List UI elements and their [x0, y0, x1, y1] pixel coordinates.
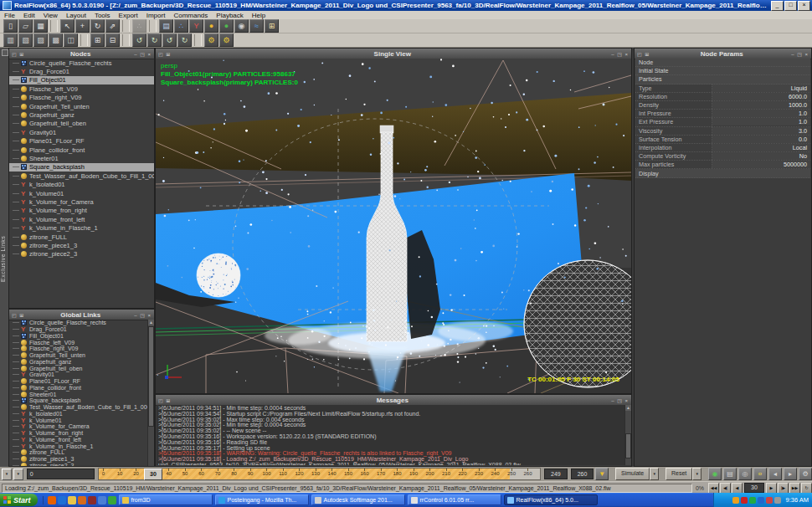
global-settings-icon[interactable]: ◉	[708, 468, 722, 480]
cube-tool-4-icon[interactable]: ▩	[49, 33, 63, 47]
menu-tools[interactable]: Tools	[90, 12, 115, 19]
tree-item-Flasche_left_V09[interactable]: Flasche_left_V09	[9, 339, 148, 346]
param-value[interactable]: 5000000	[712, 161, 810, 168]
open-scene-icon[interactable]: ▱	[18, 19, 33, 33]
tree-item-Fill_Object01[interactable]: Fill_Object01	[9, 333, 148, 340]
play-button[interactable]: ▶	[766, 483, 777, 494]
misc-tray-icon[interactable]	[774, 497, 781, 504]
select-tool-icon[interactable]: ↖	[60, 19, 75, 33]
exclusive-links-tab[interactable]: Exclusive Links	[0, 211, 8, 307]
scroll-thumb[interactable]	[625, 433, 631, 458]
add-object-icon[interactable]: ●	[204, 19, 218, 33]
panel-dock-icons[interactable]: ◰ ⊞	[158, 51, 171, 57]
gear-settings-1-icon[interactable]: ⚙	[204, 33, 218, 47]
param-row-surface-tension[interactable]: Surface Tension0.0	[635, 136, 810, 144]
messages-scrollbar[interactable]: ▲	[624, 405, 631, 465]
tree-item-Flasche_right_V09[interactable]: Flasche_right_V09	[9, 346, 148, 352]
reset-dropdown-icon[interactable]: ▾	[692, 468, 702, 480]
marker-button[interactable]: ▼	[595, 468, 609, 480]
tree-item-k_Volume01[interactable]: k_Volume01	[9, 189, 154, 197]
menu-export[interactable]: Export	[115, 12, 142, 19]
param-row-compute-vorticity[interactable]: Compute VorticityNo	[635, 152, 810, 161]
gear-settings-2-icon[interactable]: ⚙	[219, 33, 234, 47]
add-grid-icon[interactable]: ⊞	[265, 19, 279, 33]
tree-item-k_Volume_for_Camera[interactable]: k_Volume_for_Camera	[9, 197, 154, 206]
timeline-tick[interactable]: 110	[279, 471, 287, 476]
timeline-tick[interactable]: 180	[393, 471, 401, 476]
new-scene-icon[interactable]: ▯	[3, 19, 18, 33]
key-icon[interactable]: ¤	[753, 468, 767, 480]
param-row-density[interactable]: Density1000.0	[635, 101, 810, 110]
tree-item-Square_backsplash[interactable]: Square_backsplash	[9, 397, 148, 404]
timeline-tick[interactable]: 250	[507, 471, 516, 476]
timeline-tick[interactable]: 260	[523, 471, 532, 476]
param-value[interactable]: Local	[712, 144, 810, 151]
param-row-viscosity[interactable]: Viscosity3.0	[635, 127, 810, 136]
tree-item-Grapefruit_teil_oben[interactable]: Grapefruit_teil_oben	[9, 120, 154, 128]
menu-playback[interactable]: Playback	[212, 12, 247, 19]
save-scene-icon[interactable]: ▦	[33, 19, 48, 33]
sim-loop-icon[interactable]: ↺	[162, 33, 177, 47]
reset-button[interactable]: Reset	[666, 468, 692, 480]
timeline-tick[interactable]: 190	[409, 471, 418, 476]
tree-item-Gravity01[interactable]: Gravity01	[9, 371, 148, 378]
volume-icon[interactable]	[758, 497, 764, 504]
panel-window-controls[interactable]: – ◳ ×	[134, 312, 152, 318]
add-daemon-icon[interactable]: Y	[189, 19, 203, 33]
tool-key-icon[interactable]: ⚙	[799, 468, 812, 480]
timeline-tick[interactable]: 10	[117, 471, 123, 476]
task-realflow(x86_64)[interactable]: RealFlow(x86_64) 5.0...	[504, 494, 598, 505]
network-icon[interactable]	[749, 497, 756, 504]
tree-item-k_Isolated01[interactable]: k_Isolated01	[9, 180, 154, 188]
param-row-max-particles[interactable]: Max particles5000000	[635, 161, 810, 169]
menu-view[interactable]: View	[39, 12, 62, 19]
param-value[interactable]: No	[712, 152, 810, 160]
search-icon[interactable]	[58, 496, 66, 504]
timeline-tick[interactable]: 90	[248, 471, 254, 476]
tree-item-k_Volume_in_Flasche_1[interactable]: k_Volume_in_Flasche_1	[9, 443, 148, 449]
tree-item-k_Isolated01[interactable]: k_Isolated01	[9, 411, 148, 417]
range-end-field-2[interactable]: 260	[571, 469, 594, 479]
param-row-interpolation[interactable]: InterpolationLocal	[635, 144, 810, 152]
param-value[interactable]: 1.0	[712, 110, 810, 117]
timeline-tick[interactable]: 20	[133, 471, 139, 476]
timeline-tick[interactable]: 140	[327, 471, 336, 476]
timeline-tick[interactable]: 0	[102, 471, 105, 476]
global-links-scrollbar[interactable]: ▲	[147, 320, 154, 466]
tree-item-Circle_quelle_Flasche_rechts[interactable]: Circle_quelle_Flasche_rechts	[9, 320, 148, 326]
tree-item-Plane_collidor_front[interactable]: Plane_collidor_front	[9, 385, 148, 392]
tree-item-Sheeter01[interactable]: Sheeter01	[9, 391, 148, 397]
param-value[interactable]: 6000.0	[712, 93, 810, 100]
menu-file[interactable]: File	[0, 12, 19, 19]
menu-layout[interactable]: Layout	[62, 12, 90, 19]
add-realwave-icon[interactable]: ≈	[249, 19, 264, 33]
tree-item-Grapefruit_Teil_unten[interactable]: Grapefruit_Teil_unten	[9, 352, 148, 359]
task-from3d[interactable]: from3D	[119, 494, 213, 505]
timeline-tick[interactable]: 160	[360, 471, 368, 476]
add-object-green-icon[interactable]: ●	[219, 19, 234, 33]
timeline-tick[interactable]: 210	[442, 471, 450, 476]
tree-item-Plane01_FLoor_RF[interactable]: Plane01_FLoor_RF	[9, 137, 154, 146]
tree-item-zitrone_piece1_3[interactable]: zitrone_piece1_3	[9, 456, 148, 463]
menu-edit[interactable]: Edit	[19, 12, 39, 19]
scale-tool-icon[interactable]: ⇗	[105, 19, 120, 33]
timeline-tick[interactable]: 130	[311, 471, 320, 476]
box-remove-icon[interactable]: ⊟	[105, 33, 120, 47]
minimize-button[interactable]: _	[771, 1, 784, 11]
tree-item-Fill_Object01[interactable]: Fill_Object01	[9, 76, 154, 84]
panel-dock-icons[interactable]: ◰ ⊞	[637, 51, 650, 57]
sphere-small[interactable]	[197, 254, 240, 297]
tree-item-Circle_quelle_Flasche_rechts[interactable]: Circle_quelle_Flasche_rechts	[9, 59, 154, 67]
tree-item-Grapefruit_Teil_unten[interactable]: Grapefruit_Teil_unten	[9, 102, 154, 110]
tree-item-Drag_Force01[interactable]: Drag_Force01	[9, 326, 148, 333]
mail-alert-icon[interactable]	[741, 497, 748, 504]
timeline-tick[interactable]: 220	[458, 471, 466, 476]
panel-dock-icons[interactable]: ◰ ⊞	[158, 397, 171, 403]
timeline-tick[interactable]: 200	[425, 471, 434, 476]
tree-item-Grapefruit_ganz[interactable]: Grapefruit_ganz	[9, 359, 148, 366]
param-value[interactable]: 0.0	[712, 136, 810, 143]
menu-commands[interactable]: Commands	[169, 12, 212, 19]
tree-item-Square_backsplash[interactable]: Square_backsplash	[9, 163, 154, 172]
timeline-nav-next-icon[interactable]: ▾	[13, 469, 23, 480]
media-icon[interactable]	[88, 496, 96, 504]
